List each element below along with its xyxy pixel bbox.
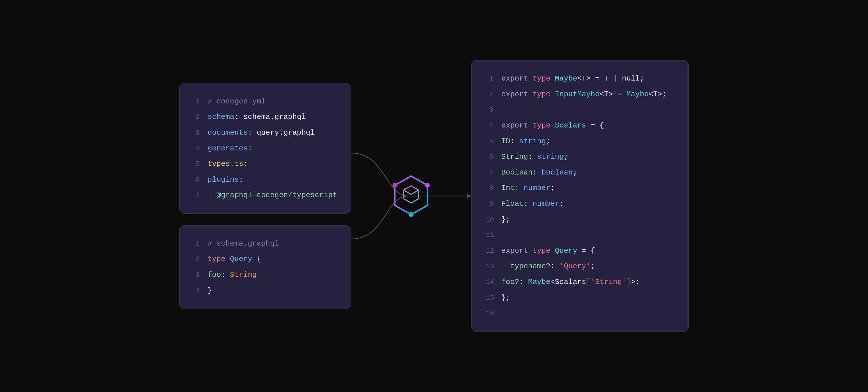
token: type: [532, 74, 555, 83]
line-number: 6: [486, 150, 501, 164]
line-content: export type InputMaybe<T> = Maybe<T>;: [501, 87, 666, 102]
line-number: 4: [192, 142, 208, 156]
line-number: 7: [486, 166, 501, 180]
token: number: [532, 199, 559, 208]
token: ]>;: [626, 278, 640, 286]
code-line: 2schema: schema.graphql: [192, 109, 338, 125]
token: types.ts: [208, 160, 243, 168]
token: :: [519, 278, 528, 286]
code-line: 1# schema.graphql: [192, 236, 338, 252]
line-content: plugins:: [208, 172, 243, 188]
token: :: [243, 160, 248, 168]
code-line: 6 String: string;: [486, 149, 674, 165]
token: documents: [208, 129, 248, 137]
token: = {: [591, 121, 604, 130]
token: = {: [582, 246, 595, 255]
token: Int: [501, 184, 515, 192]
schema-graphql-panel: 1# schema.graphql2type Query {3 foo: Str…: [179, 225, 351, 309]
scene: 1# codegen.yml2schema: schema.graphql3do…: [179, 60, 689, 332]
svg-point-3: [393, 183, 397, 188]
line-content: documents: query.graphql: [208, 125, 315, 141]
token: :: [510, 137, 519, 146]
token: :: [235, 113, 243, 121]
token: ;: [564, 152, 568, 161]
token: __typename?: [501, 262, 551, 271]
line-content: types.ts:: [208, 156, 248, 172]
token: number: [524, 184, 551, 192]
line-number: 8: [486, 181, 501, 195]
line-number: 13: [486, 259, 501, 274]
code-line: 7 Boolean: boolean;: [486, 165, 674, 180]
line-content: export type Scalars = {: [501, 118, 604, 134]
token: ;: [546, 137, 551, 146]
svg-marker-0: [467, 194, 471, 198]
code-line: 15};: [486, 290, 674, 306]
line-content: }: [208, 283, 212, 299]
line-content: [501, 305, 506, 321]
line-content: __typename?: 'Query';: [501, 258, 595, 274]
token: :: [248, 144, 252, 153]
codegen-yml-panel: 1# codegen.yml2schema: schema.graphql3do…: [179, 83, 351, 214]
code-line: 16: [486, 305, 674, 321]
token: string: [537, 152, 564, 161]
token: # codegen.yml: [208, 97, 266, 106]
code-line: 8 Int: number;: [486, 180, 674, 196]
line-content: # schema.graphql: [208, 236, 279, 252]
line-content: ID: string;: [501, 134, 551, 149]
code-line: 1# codegen.yml: [192, 94, 338, 109]
line-number: 11: [486, 228, 501, 243]
line-number: 3: [486, 103, 501, 117]
token: type: [532, 246, 555, 255]
line-number: 4: [192, 284, 208, 298]
token: String: [501, 152, 528, 161]
line-content: export type Query = {: [501, 243, 595, 259]
svg-point-2: [425, 183, 430, 188]
token: foo: [208, 271, 221, 279]
code-line: 12export type Query = {: [486, 243, 674, 259]
line-number: 5: [192, 157, 208, 171]
token: type: [532, 90, 555, 99]
code-line: 14 foo?: Maybe<Scalars['String']>;: [486, 274, 674, 290]
code-line: 1export type Maybe<T> = T | null;: [486, 71, 674, 87]
token: 'String': [591, 278, 626, 286]
code-line: 3: [486, 102, 674, 118]
token: type: [208, 255, 230, 263]
line-content: # codegen.yml: [208, 94, 266, 109]
token: Maybe: [555, 74, 577, 83]
code-line: 10};: [486, 212, 674, 227]
line-number: 2: [192, 252, 208, 267]
token: };: [501, 215, 510, 224]
line-content: Float: number;: [501, 196, 564, 212]
line-number: 10: [486, 213, 501, 227]
token: :: [532, 168, 541, 177]
svg-line-6: [404, 190, 411, 195]
line-content: Boolean: boolean;: [501, 165, 577, 180]
line-content: schema: schema.graphql: [208, 109, 306, 125]
code-line: 3documents: query.graphql: [192, 125, 338, 141]
token: ;: [559, 199, 564, 208]
line-number: 7: [192, 188, 208, 203]
token: export: [501, 121, 532, 130]
code-line: 6 plugins:: [192, 172, 338, 188]
token: :: [524, 199, 532, 208]
token: string: [519, 137, 546, 146]
line-number: 15: [486, 291, 501, 305]
line-number: 4: [486, 119, 501, 133]
line-number: 2: [192, 110, 208, 124]
token: schema: [208, 113, 235, 121]
token: <T> =: [599, 90, 626, 99]
token: Maybe: [528, 278, 551, 286]
token: ;: [573, 168, 578, 177]
logo-center: [390, 174, 433, 218]
line-content: [501, 227, 506, 243]
code-line: 3 foo: String: [192, 267, 338, 283]
code-line: 2type Query {: [192, 251, 338, 267]
token: :: [248, 129, 256, 137]
graphql-codegen-logo: [390, 174, 433, 217]
token: {: [257, 255, 261, 263]
line-content: foo: String: [208, 267, 257, 283]
token: plugins: [208, 175, 239, 184]
token: Boolean: [501, 168, 532, 177]
line-content: };: [501, 212, 510, 227]
code-line: 4generates:: [192, 141, 338, 157]
